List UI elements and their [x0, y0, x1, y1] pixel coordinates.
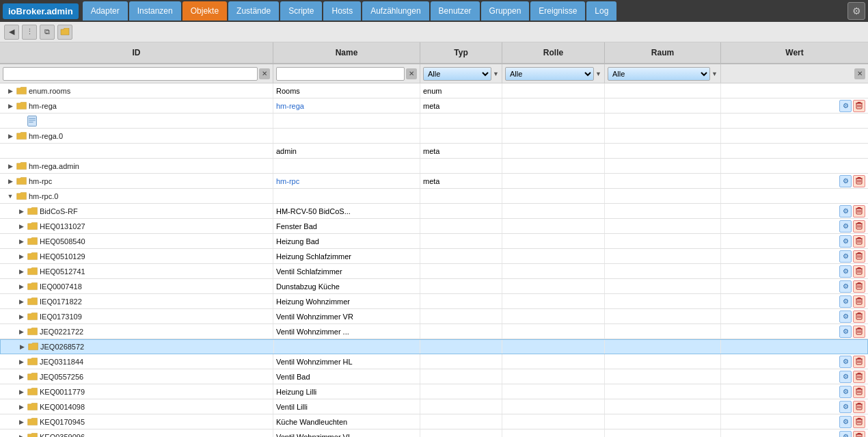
- table-row[interactable]: ▶JEQ0268572: [0, 339, 868, 354]
- row-settings-button[interactable]: ⚙: [839, 220, 852, 233]
- expand-button[interactable]: ▶: [16, 222, 26, 231]
- filter-id-clear[interactable]: ✕: [259, 68, 270, 79]
- expand-button[interactable]: ▶: [16, 402, 26, 412]
- expand-button[interactable]: ▶: [16, 297, 26, 306]
- table-row[interactable]: [0, 114, 868, 129]
- filter-typ-select[interactable]: Alle: [423, 67, 491, 81]
- table-row[interactable]: ▶KEQ0014098Ventil Lilli⚙: [0, 399, 868, 414]
- row-settings-button[interactable]: ⚙: [839, 310, 852, 323]
- settings-button[interactable]: ⚙: [847, 2, 865, 20]
- row-settings-button[interactable]: ⚙: [839, 250, 852, 263]
- table-body[interactable]: ▶enum.roomsRoomsenum▶hm-regahm-regameta⚙…: [0, 83, 868, 437]
- table-row[interactable]: ▶HEQ0512741Ventil Schlafzimmer⚙: [0, 264, 868, 279]
- table-row[interactable]: ▶HEQ0510129Heizung Schlafzimmer⚙: [0, 249, 868, 264]
- expand-button[interactable]: ▶: [5, 131, 15, 141]
- row-settings-button[interactable]: ⚙: [839, 175, 852, 187]
- tab-benutzer[interactable]: Benutzer: [431, 1, 480, 21]
- table-row[interactable]: ▶JEQ0311844Ventil Wohnzimmer HL⚙: [0, 354, 868, 369]
- tab-scripte[interactable]: Scripte: [280, 1, 322, 21]
- table-row[interactable]: ▶BidCoS-RFHM-RCV-50 BidCoS...⚙: [0, 204, 868, 219]
- row-delete-button[interactable]: [853, 431, 865, 438]
- row-settings-button[interactable]: ⚙: [839, 265, 852, 278]
- row-settings-button[interactable]: ⚙: [839, 100, 852, 112]
- filter-rolle-select[interactable]: Alle: [505, 67, 594, 81]
- expand-button[interactable]: ▶: [16, 432, 26, 438]
- expand-button[interactable]: ▶: [16, 372, 26, 382]
- row-settings-button[interactable]: ⚙: [839, 235, 852, 248]
- tab-zustaende[interactable]: Zustände: [228, 1, 279, 21]
- row-delete-button[interactable]: [853, 205, 865, 217]
- row-delete-button[interactable]: [853, 386, 865, 398]
- row-delete-button[interactable]: [853, 356, 865, 368]
- expand-button[interactable]: ▼: [5, 191, 15, 201]
- expand-button[interactable]: ▶: [16, 282, 26, 291]
- expand-button[interactable]: ▶: [17, 342, 27, 352]
- filter-wert-clear[interactable]: ✕: [854, 68, 865, 79]
- table-row[interactable]: ▶HEQ0508540Heizung Bad⚙: [0, 234, 868, 249]
- toolbar-folder-btn[interactable]: [57, 25, 72, 40]
- expand-button[interactable]: ▶: [16, 327, 26, 336]
- table-row[interactable]: ▶enum.roomsRoomsenum: [0, 83, 868, 98]
- tab-ereignisse[interactable]: Ereignisse: [530, 1, 585, 21]
- expand-button[interactable]: ▶: [16, 417, 26, 427]
- row-delete-button[interactable]: [853, 416, 865, 428]
- row-delete-button[interactable]: [853, 401, 865, 413]
- tab-gruppen[interactable]: Gruppen: [481, 1, 530, 21]
- tab-objekte[interactable]: Objekte: [182, 1, 227, 21]
- name-link[interactable]: hm-rpc: [276, 177, 299, 185]
- filter-id-input[interactable]: [3, 67, 258, 81]
- row-delete-button[interactable]: [853, 280, 865, 293]
- row-delete-button[interactable]: [853, 100, 865, 112]
- row-delete-button[interactable]: [853, 371, 865, 383]
- row-settings-button[interactable]: ⚙: [839, 295, 852, 308]
- table-row[interactable]: ▶IEQ0007418Dunstabzug Küche⚙: [0, 279, 868, 294]
- table-row[interactable]: ▶hm-rega.0: [0, 129, 868, 144]
- row-settings-button[interactable]: ⚙: [839, 280, 852, 293]
- toolbar-dots-btn[interactable]: ⋮: [22, 25, 37, 40]
- table-row[interactable]: ▶IEQ0171822Heizung Wohnzimmer⚙: [0, 294, 868, 309]
- expand-button[interactable]: ▶: [16, 267, 26, 276]
- toolbar-collapse-btn[interactable]: ◀: [4, 25, 19, 40]
- tab-hosts[interactable]: Hosts: [323, 1, 361, 21]
- expand-button[interactable]: ▶: [16, 387, 26, 397]
- row-delete-button[interactable]: [853, 175, 865, 187]
- toolbar-copy-btn[interactable]: ⧉: [40, 25, 55, 40]
- expand-button[interactable]: ▶: [16, 237, 26, 246]
- table-row[interactable]: ▶JEQ0221722Ventil Wohnzimmer ...⚙: [0, 324, 868, 339]
- name-link[interactable]: hm-rega: [276, 102, 304, 110]
- filter-name-clear[interactable]: ✕: [406, 68, 417, 79]
- table-row[interactable]: ▶JEQ0557256Ventil Bad⚙: [0, 369, 868, 384]
- tab-adapter[interactable]: Adapter: [83, 1, 128, 21]
- tab-aufzaehlungen[interactable]: Aufzählungen: [362, 1, 429, 21]
- table-row[interactable]: ▶KEQ0170945Küche Wandleuchten⚙: [0, 414, 868, 429]
- table-row[interactable]: ▶KEQ0359096Ventil Wohnzimmer VL⚙: [0, 429, 868, 437]
- table-row[interactable]: ▶HEQ0131027Fenster Bad⚙: [0, 219, 868, 234]
- row-settings-button[interactable]: ⚙: [839, 431, 852, 438]
- row-settings-button[interactable]: ⚙: [839, 205, 852, 217]
- tab-log[interactable]: Log: [586, 1, 616, 21]
- row-delete-button[interactable]: [853, 310, 865, 323]
- table-row[interactable]: ▶hm-regahm-regameta⚙: [0, 98, 868, 114]
- row-settings-button[interactable]: ⚙: [839, 416, 852, 428]
- filter-raum-select[interactable]: Alle: [608, 67, 710, 81]
- filter-name-input[interactable]: [276, 67, 405, 81]
- row-settings-button[interactable]: ⚙: [839, 386, 852, 398]
- table-row[interactable]: ▶hm-rpchm-rpcmeta⚙: [0, 174, 868, 189]
- expand-button[interactable]: ▶: [16, 252, 26, 261]
- tab-instanzen[interactable]: Instanzen: [129, 1, 181, 21]
- expand-button[interactable]: ▶: [16, 207, 26, 216]
- expand-button[interactable]: ▶: [16, 357, 26, 367]
- row-delete-button[interactable]: [853, 326, 865, 338]
- table-row[interactable]: ▶KEQ0011779Heizung Lilli⚙: [0, 384, 868, 399]
- row-settings-button[interactable]: ⚙: [839, 401, 852, 413]
- expand-button[interactable]: ▶: [5, 161, 15, 171]
- expand-button[interactable]: ▶: [5, 101, 15, 111]
- row-delete-button[interactable]: [853, 235, 865, 248]
- row-settings-button[interactable]: ⚙: [839, 371, 852, 383]
- table-row[interactable]: ▶IEQ0173109Ventil Wohnzimmer VR⚙: [0, 309, 868, 324]
- row-settings-button[interactable]: ⚙: [839, 326, 852, 338]
- row-delete-button[interactable]: [853, 250, 865, 263]
- row-delete-button[interactable]: [853, 220, 865, 233]
- expand-button[interactable]: ▶: [16, 312, 26, 321]
- row-delete-button[interactable]: [853, 295, 865, 308]
